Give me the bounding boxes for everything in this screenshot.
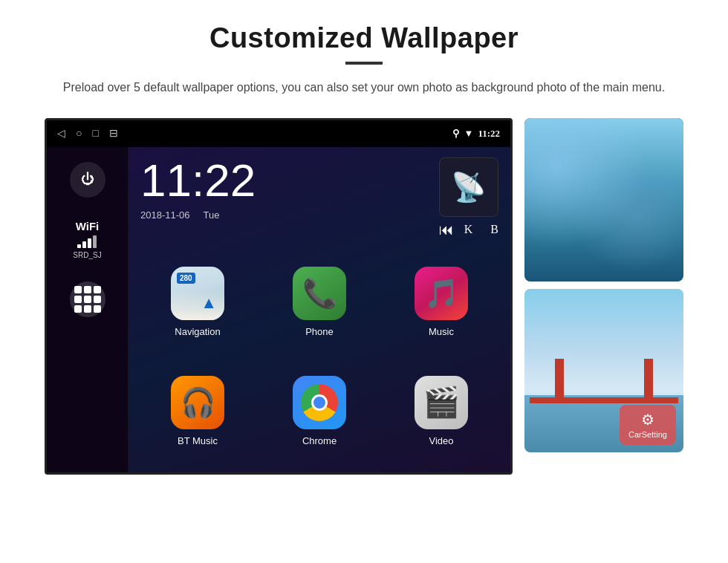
- app-item-btmusic[interactable]: 🎧 BT Music: [140, 360, 255, 462]
- dot: [94, 305, 101, 313]
- signal-bar-2: [82, 241, 86, 248]
- app-item-music[interactable]: 🎵 Music: [384, 252, 498, 354]
- dot: [94, 286, 101, 293]
- navigation-app-label: Navigation: [175, 326, 220, 337]
- dot: [84, 296, 91, 303]
- carsetting-overlay: ⚙ CarSetting: [620, 405, 676, 445]
- dot: [94, 296, 101, 303]
- wallpaper-bridge[interactable]: ⚙ CarSetting: [524, 289, 683, 452]
- radio-icon: 📡: [451, 171, 486, 204]
- wifi-label: WiFi: [73, 220, 101, 232]
- wallpaper-panel: ⚙ CarSetting: [524, 118, 683, 452]
- track-letter-b: B: [490, 223, 498, 236]
- title-divider: [345, 62, 383, 65]
- dot: [84, 286, 91, 293]
- chrome-outer-ring: [301, 384, 338, 421]
- wifi-ssid: SRD_SJ: [73, 251, 101, 259]
- nav-arrow-icon: ▲: [201, 293, 217, 313]
- video-app-icon: 🎬: [415, 376, 468, 429]
- screenshot-icon: ⊟: [109, 127, 118, 140]
- chrome-app-icon: [293, 376, 346, 429]
- android-screen: ◁ ○ □ ⊟ ⚲ ▼ 11:22 ⏻ WiFi: [45, 118, 513, 475]
- ice-texture: [524, 118, 683, 282]
- clock-date: 2018-11-06 Tue: [140, 209, 256, 221]
- music-widget: 📡 ⏮ K B: [439, 157, 498, 238]
- carsetting-icon: ⚙: [641, 411, 654, 429]
- dots-grid: [74, 286, 101, 313]
- music-controls: ⏮ K B: [439, 221, 498, 238]
- phone-icon: 📞: [302, 277, 337, 310]
- screen-body: ⏻ WiFi SRD_SJ: [47, 147, 510, 472]
- bridge-tower-left: [555, 359, 564, 403]
- content-area: ◁ ○ □ ⊟ ⚲ ▼ 11:22 ⏻ WiFi: [45, 118, 683, 475]
- navigation-app-icon: 280 ▲: [171, 267, 224, 320]
- dot: [74, 296, 82, 303]
- clock-area: 11:22 2018-11-06 Tue 📡 ⏮: [140, 157, 498, 238]
- status-bar: ◁ ○ □ ⊟ ⚲ ▼ 11:22: [47, 120, 510, 147]
- status-time: 11:22: [478, 128, 500, 140]
- app-item-phone[interactable]: 📞 Phone: [262, 252, 377, 354]
- signal-bar-1: [77, 244, 81, 248]
- app-grid: 280 ▲ Navigation 📞 Phone: [140, 252, 498, 462]
- track-letter-k: K: [464, 223, 473, 236]
- wallpaper-ice[interactable]: [524, 118, 683, 282]
- page-wrapper: Customized Wallpaper Preload over 5 defa…: [0, 0, 728, 489]
- dot: [74, 286, 82, 293]
- day-display: Tue: [204, 209, 220, 221]
- sidebar: ⏻ WiFi SRD_SJ: [47, 147, 129, 472]
- chrome-inner-circle: [311, 394, 328, 411]
- center-content: 11:22 2018-11-06 Tue 📡 ⏮: [129, 147, 510, 472]
- bridge-tower-right: [644, 359, 653, 403]
- status-right: ⚲ ▼ 11:22: [452, 128, 501, 140]
- apps-button[interactable]: [70, 282, 105, 317]
- signal-bar-3: [88, 238, 91, 248]
- clock-time: 11:22: [140, 157, 256, 204]
- dot: [74, 305, 82, 313]
- music-note-icon: 🎵: [424, 277, 459, 310]
- wifi-bars: [73, 235, 101, 248]
- carsetting-label: CarSetting: [628, 430, 667, 439]
- date-display: 2018-11-06: [140, 209, 190, 221]
- phone-app-label: Phone: [305, 326, 334, 337]
- back-nav-icon[interactable]: ◁: [57, 127, 65, 140]
- nav-badge: 280: [177, 273, 195, 284]
- app-item-navigation[interactable]: 280 ▲ Navigation: [140, 252, 255, 354]
- bridge-structure: [530, 344, 678, 403]
- page-subtitle: Preload over 5 default wallpaper options…: [45, 78, 683, 97]
- dot: [84, 305, 91, 313]
- video-app-label: Video: [429, 435, 453, 446]
- clock-block: 11:22 2018-11-06 Tue: [140, 157, 256, 221]
- wifi-status-icon: ▼: [464, 128, 474, 140]
- wifi-widget: WiFi SRD_SJ: [73, 220, 101, 259]
- status-left: ◁ ○ □ ⊟: [57, 127, 118, 140]
- app-item-chrome[interactable]: Chrome: [262, 360, 377, 462]
- music-app-label: Music: [429, 326, 454, 337]
- clapboard-icon: 🎬: [423, 385, 460, 420]
- power-button[interactable]: ⏻: [70, 162, 105, 198]
- phone-app-icon: 📞: [293, 267, 346, 320]
- bridge-span: [530, 397, 678, 403]
- home-nav-icon[interactable]: ○: [76, 128, 82, 140]
- location-icon: ⚲: [452, 128, 460, 140]
- bridge-scene: ⚙ CarSetting: [524, 289, 683, 452]
- btmusic-app-icon: 🎧: [171, 376, 224, 429]
- prev-track-icon[interactable]: ⏮: [439, 221, 454, 238]
- music-app-icon: 🎵: [415, 267, 468, 320]
- btmusic-app-label: BT Music: [178, 435, 218, 446]
- chrome-app-label: Chrome: [302, 435, 337, 446]
- bluetooth-icon: 🎧: [181, 386, 215, 419]
- page-title: Customized Wallpaper: [45, 22, 683, 54]
- music-icon-box: 📡: [439, 157, 498, 217]
- app-item-video[interactable]: 🎬 Video: [384, 360, 498, 462]
- signal-bar-4: [93, 235, 97, 248]
- recents-nav-icon[interactable]: □: [92, 128, 98, 140]
